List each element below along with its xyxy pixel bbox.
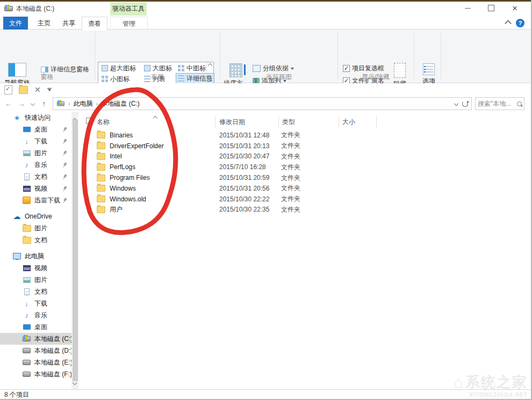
view-xl-icons[interactable]: 超大图标 — [100, 63, 138, 74]
sidebar-qa-downloads[interactable]: ↓ 下载 — [0, 135, 71, 147]
file-type: 文件夹 — [281, 152, 300, 161]
forward-button[interactable]: → — [15, 99, 28, 108]
sidebar-pc-documents[interactable]: 文档 — [0, 286, 71, 297]
address-bar[interactable]: › 此电脑 › 本地磁盘 (C:) — [53, 97, 472, 110]
column-divider[interactable] — [376, 116, 377, 128]
drive-icon — [23, 359, 31, 366]
close-button[interactable]: ✕ — [503, 2, 527, 14]
folder-icon — [97, 195, 105, 202]
delete-icon[interactable]: ✕ — [34, 86, 41, 93]
breadcrumb-local-disk-c[interactable]: 本地磁盘 (C:) — [101, 99, 139, 108]
pin-icon — [60, 125, 68, 133]
help-icon[interactable]: ? — [516, 19, 524, 27]
folder-icon — [97, 153, 105, 160]
file-row-intel[interactable]: Intel 2015/10/30 20:47 文件夹 — [78, 151, 455, 162]
pin-icon — [60, 137, 68, 145]
address-dropdown-icon[interactable] — [454, 101, 458, 106]
sidebar-qa-videos[interactable]: 视频 — [0, 183, 71, 194]
select-all-checkbox[interactable] — [86, 118, 92, 124]
search-icon[interactable] — [517, 101, 522, 106]
file-row-windows-old[interactable]: Windows.old 2015/10/30 22:22 文件夹 — [78, 194, 455, 205]
view-large-icons[interactable]: 大图标 — [142, 63, 174, 74]
sidebar-label: 文档 — [34, 287, 47, 296]
ribbon-divider — [95, 33, 95, 79]
column-size[interactable]: 大小 — [342, 118, 355, 127]
file-row-program-files[interactable]: Program Files 2015/10/31 20:59 文件夹 — [78, 172, 455, 183]
file-type: 文件夹 — [281, 205, 300, 214]
back-button[interactable]: ← — [2, 99, 15, 108]
file-row-perflogs[interactable]: PerfLogs 2015/7/10 16:28 文件夹 — [78, 162, 455, 172]
scrollbar-thumb[interactable] — [73, 120, 78, 381]
sidebar-label: 音乐 — [34, 311, 47, 320]
sidebar-pc-videos[interactable]: 视频 — [0, 262, 71, 274]
group-by-button[interactable]: 分组依据 — [253, 64, 294, 73]
folder-icon — [97, 206, 105, 213]
sidebar-qa-pictures[interactable]: 图片 — [0, 147, 71, 159]
refresh-icon[interactable] — [462, 101, 468, 107]
item-checkboxes-checkbox[interactable]: ✓ 项目复选框 — [343, 64, 384, 73]
sidebar-drive-f[interactable]: 本地磁盘 (F:) — [0, 368, 71, 380]
sidebar-label: 图片 — [34, 275, 47, 285]
sidebar-pc-downloads[interactable]: ↓ 下载 — [0, 297, 71, 309]
new-folder-icon[interactable] — [19, 86, 28, 94]
sort-ascending-icon — [153, 116, 157, 120]
sidebar-quick-access[interactable]: ★ 快速访问 — [0, 112, 71, 123]
sidebar-drive-e[interactable]: 本地磁盘 (E:) — [0, 357, 71, 368]
sidebar-label: 图片 — [34, 149, 47, 158]
sidebar-drive-d[interactable]: 本地磁盘 (D:) — [0, 345, 71, 357]
column-type[interactable]: 类型 — [282, 118, 295, 127]
sidebar-label: 迅雷下载 — [34, 196, 60, 205]
column-divider[interactable] — [215, 116, 215, 128]
recent-locations-icon[interactable] — [31, 101, 35, 106]
sidebar-pc-pictures[interactable]: 图片 — [0, 274, 71, 286]
sidebar-qa-desktop[interactable]: 桌面 — [0, 123, 71, 135]
sidebar-od-pictures[interactable]: 图片 — [0, 222, 71, 234]
search-input[interactable]: 搜索"本地... — [475, 97, 524, 110]
sidebar-pc-desktop[interactable]: 桌面 — [0, 321, 71, 333]
ribbon-divider — [337, 33, 338, 79]
column-divider[interactable] — [339, 116, 339, 128]
item-checkboxes-label: 项目复选框 — [352, 64, 384, 73]
tab-view[interactable]: 查看 — [82, 17, 107, 31]
panes-group-label: 窗格 — [0, 72, 94, 82]
breadcrumb-this-pc[interactable]: 此电脑 — [74, 99, 93, 108]
sidebar-drive-c[interactable]: 本地磁盘 (C:) — [0, 333, 71, 345]
file-row-users[interactable]: 用户 2015/10/30 22:35 文件夹 — [78, 205, 455, 215]
sidebar-qa-music[interactable]: ♪ 音乐 — [0, 159, 71, 171]
tab-file[interactable]: 文件 — [3, 17, 28, 30]
file-name: Binaries — [110, 132, 219, 139]
minimize-button[interactable] — [456, 2, 479, 14]
sidebar-od-documents[interactable]: 文档 — [0, 234, 71, 246]
column-name[interactable]: 名称 — [97, 118, 110, 127]
file-row-windows[interactable]: Windows 2015/10/31 20:56 文件夹 — [78, 183, 455, 194]
tab-home[interactable]: 主页 — [32, 17, 56, 30]
scroll-down-icon[interactable] — [73, 381, 77, 385]
column-divider[interactable] — [278, 116, 279, 128]
sidebar-qa-thunder[interactable]: 迅雷下载 — [0, 194, 71, 206]
up-button[interactable]: ↑ — [38, 99, 51, 108]
properties-icon[interactable] — [4, 85, 12, 94]
file-row-driverexpertfolder[interactable]: DriverExpertFolder 2015/10/31 20:13 文件夹 — [78, 141, 455, 151]
maximize-icon — [488, 5, 494, 11]
customize-toolbar-icon[interactable] — [47, 88, 52, 91]
file-row-binaries[interactable]: Binaries 2015/10/31 12:48 文件夹 — [78, 130, 455, 141]
view-medium-icons[interactable]: 中图标 — [176, 63, 207, 74]
contextual-tab-drive-tools[interactable]: 驱动器工具 — [110, 2, 147, 16]
file-date: 2015/10/31 20:13 — [219, 142, 281, 150]
options-button[interactable]: 选项 — [418, 63, 440, 86]
ribbon-view: 导航窗格 详细信息窗格 预览窗格 窗格 超大图标 大图标 中图标 小图标 — [0, 30, 531, 83]
maximize-button[interactable] — [479, 2, 503, 14]
tab-share[interactable]: 共享 — [57, 17, 81, 30]
column-date[interactable]: 修改日期 — [219, 118, 245, 127]
sidebar-label: 文档 — [34, 172, 47, 181]
sidebar-scrollbar[interactable] — [71, 112, 78, 389]
file-type: 文件夹 — [281, 141, 300, 150]
minimize-ribbon-icon[interactable] — [505, 20, 512, 27]
sidebar-qa-documents[interactable]: 文档 — [0, 171, 71, 183]
sidebar-onedrive[interactable]: ☁ OneDrive — [0, 210, 71, 222]
tab-manage[interactable]: 管理 — [110, 17, 148, 30]
sidebar-pc-music[interactable]: ♪ 音乐 — [0, 309, 71, 321]
sidebar-this-pc[interactable]: 此电脑 — [0, 250, 71, 262]
file-name: Windows.old — [110, 195, 219, 203]
videos-icon — [23, 185, 31, 192]
